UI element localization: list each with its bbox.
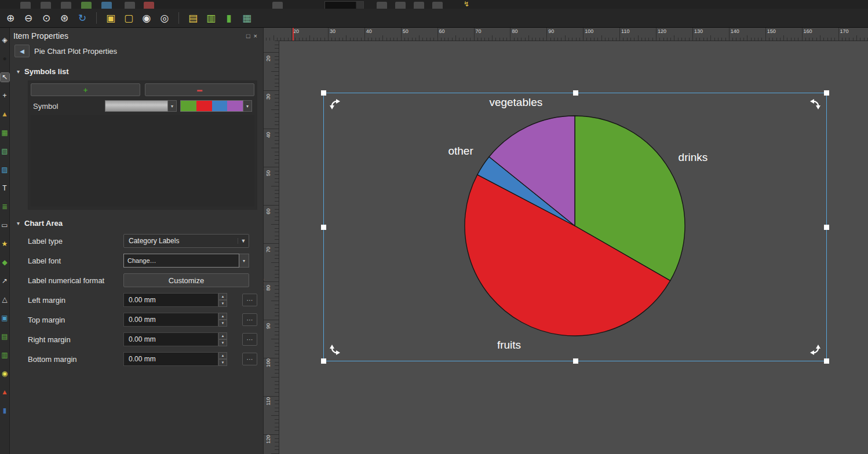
top-margin-spinbox[interactable]: 0.00 mm ▲▼ <box>123 313 227 327</box>
resize-handle-e[interactable] <box>824 225 829 230</box>
data-defined-override-button[interactable]: ⋯ <box>242 294 257 306</box>
spin-down-icon[interactable]: ▼ <box>218 359 227 366</box>
move-content-icon[interactable]: + <box>1 91 9 100</box>
zoom-full-icon[interactable]: ⊛ <box>57 11 71 25</box>
zoom-in-icon[interactable]: ⊕ <box>3 11 17 25</box>
layout-canvas[interactable]: 2030405060708090100110120130140150160170… <box>264 28 868 454</box>
add-html-icon[interactable]: ▣ <box>1 314 9 323</box>
ruler-tick <box>264 90 279 91</box>
ruler-label: 70 <box>265 247 271 252</box>
chevron-down-icon[interactable]: ▾ <box>168 100 177 112</box>
ruler-tick <box>787 38 787 41</box>
chevron-down-icon[interactable]: ▼ <box>238 238 249 244</box>
spin-up-icon[interactable]: ▲ <box>218 332 227 339</box>
ruler-tick <box>627 38 628 41</box>
add-shape-icon[interactable]: ◆ <box>1 258 9 267</box>
spin-up-icon[interactable]: ▲ <box>218 352 227 359</box>
symbol-style-dropdown[interactable]: ▾ <box>105 100 177 112</box>
add-legend-icon[interactable]: ≣ <box>1 203 9 211</box>
add-attribute-table-icon[interactable]: ▤ <box>1 332 9 341</box>
symbols-list-area[interactable] <box>31 115 254 207</box>
back-button[interactable]: ◀ <box>14 45 30 57</box>
add-label-icon[interactable]: T <box>1 184 9 193</box>
select-move-item-icon[interactable]: ↖ <box>1 73 9 82</box>
spin-up-icon[interactable]: ▲ <box>218 313 227 320</box>
deselect-items-icon[interactable]: ◎ <box>158 11 172 25</box>
ruler-tick <box>275 117 279 118</box>
resize-handle-ne[interactable] <box>824 90 829 96</box>
add-symbol-button[interactable]: + <box>31 83 140 96</box>
resize-handle-n[interactable] <box>573 90 578 96</box>
plus-icon: + <box>83 86 88 94</box>
add-elevation-profile-icon[interactable]: ▲ <box>1 388 9 397</box>
rotate-handle-icon[interactable] <box>330 99 340 109</box>
zoom-tool-icon[interactable]: ● <box>1 54 9 63</box>
raise-items-icon[interactable]: ▤ <box>186 11 200 25</box>
select-items-icon[interactable]: ◉ <box>140 11 154 25</box>
pie-chart[interactable] <box>459 110 691 342</box>
bottom-margin-spinbox[interactable]: 0.00 mm ▲▼ <box>123 352 227 366</box>
data-defined-override-button[interactable]: ⋯ <box>242 333 257 346</box>
spin-down-icon[interactable]: ▼ <box>218 339 227 346</box>
add-picture-icon[interactable]: ▨ <box>1 166 9 174</box>
resize-handle-w[interactable] <box>321 225 326 230</box>
add-fixed-table-icon[interactable]: ▥ <box>1 351 9 360</box>
lock-items-icon[interactable]: ▣ <box>104 11 118 25</box>
ruler-tick <box>466 38 467 41</box>
chart-area-group-header[interactable]: ▾ Chart Area <box>10 212 263 231</box>
ruler-tick <box>488 38 489 41</box>
add-north-arrow-icon[interactable]: ★ <box>1 240 9 248</box>
label-font-button[interactable]: Change… ▾ <box>123 254 249 268</box>
ruler-tick <box>747 35 747 41</box>
ruler-tick <box>641 38 642 41</box>
chevron-down-icon[interactable]: ▾ <box>243 100 252 112</box>
symbols-group-header[interactable]: ▾ Symbols list <box>10 60 263 79</box>
spin-down-icon[interactable]: ▼ <box>218 300 227 307</box>
rotate-handle-icon[interactable] <box>330 345 340 355</box>
data-defined-override-button[interactable]: ⋯ <box>242 313 257 326</box>
ruler-label: 50 <box>265 170 271 176</box>
chevron-down-icon[interactable]: ▾ <box>17 68 20 75</box>
add-map-icon[interactable]: ▦ <box>1 129 9 137</box>
edit-nodes-tool-icon[interactable]: ▲ <box>1 110 9 119</box>
add-marker-icon[interactable]: ◉ <box>1 369 9 378</box>
resize-handle-sw[interactable] <box>321 358 326 364</box>
ruler-tick <box>539 38 540 41</box>
left-margin-spinbox[interactable]: 0.00 mm ▲▼ <box>123 293 227 307</box>
ruler-tick <box>275 94 279 95</box>
resize-handle-s[interactable] <box>573 358 578 364</box>
data-defined-override-button[interactable]: ⋯ <box>242 353 257 365</box>
add-arrow-icon[interactable]: ↗ <box>1 277 9 285</box>
add-node-item-icon[interactable]: △ <box>1 295 9 304</box>
lightning-icon[interactable]: ↯ <box>464 0 469 9</box>
resize-handle-nw[interactable] <box>321 90 326 96</box>
refresh-icon[interactable]: ↻ <box>75 11 89 25</box>
symbol-colors-dropdown[interactable]: ▾ <box>180 100 252 112</box>
resize-handle-se[interactable] <box>824 358 829 364</box>
remove-symbol-button[interactable]: ▬ <box>145 83 254 96</box>
zoom-actual-icon[interactable]: ⊙ <box>39 11 53 25</box>
rotate-handle-icon[interactable] <box>810 99 820 109</box>
align-items-icon[interactable]: ▥ <box>204 11 218 25</box>
rotate-handle-icon[interactable] <box>810 345 820 355</box>
spin-down-icon[interactable]: ▼ <box>218 320 227 327</box>
unlock-items-icon[interactable]: ▢ <box>122 11 136 25</box>
float-panel-icon[interactable]: □ <box>246 32 250 39</box>
add-scalebar-icon[interactable]: ▭ <box>1 221 9 230</box>
close-panel-icon[interactable]: × <box>254 32 257 39</box>
chevron-down-icon[interactable]: ▾ <box>239 254 249 268</box>
customize-button[interactable]: Customize <box>123 273 249 287</box>
pan-tool-icon[interactable]: ◈ <box>1 36 9 45</box>
distribute-items-icon[interactable]: ▮ <box>222 11 236 25</box>
resize-items-icon[interactable]: ▦ <box>240 11 254 25</box>
add-manual-table-icon[interactable]: ▮ <box>1 407 9 415</box>
panel-resize-handle[interactable]: •••• <box>264 278 264 293</box>
spin-up-icon[interactable]: ▲ <box>218 293 227 300</box>
add-3d-map-icon[interactable]: ▧ <box>1 147 9 156</box>
zoom-out-icon[interactable]: ⊖ <box>21 11 35 25</box>
right-margin-spinbox[interactable]: 0.00 mm ▲▼ <box>123 332 227 346</box>
ramp-color-drinks <box>181 101 196 111</box>
ruler-tick <box>357 38 358 41</box>
chevron-down-icon[interactable]: ▾ <box>17 220 20 226</box>
label-type-select[interactable]: Category Labels ▼ <box>123 234 249 248</box>
